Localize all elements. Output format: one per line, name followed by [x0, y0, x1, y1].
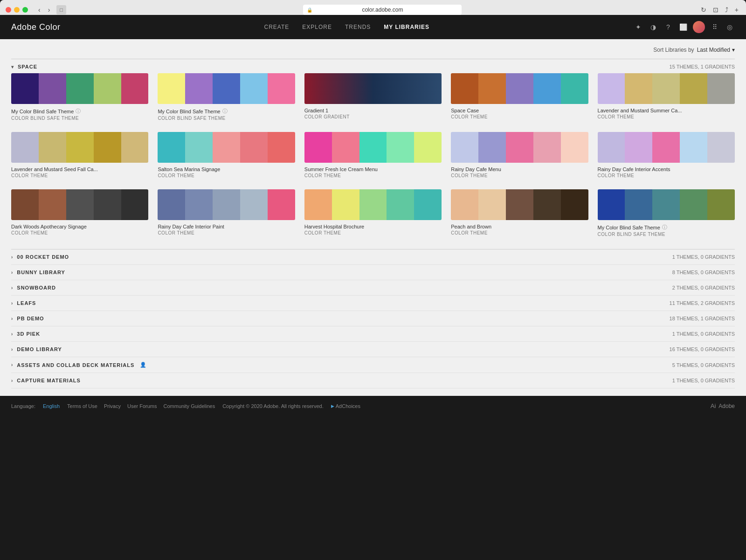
nav-create[interactable]: CREATE — [264, 22, 289, 32]
moon-icon[interactable]: ◑ — [648, 22, 658, 32]
nav-my-libraries[interactable]: MY LIBRARIES — [384, 22, 429, 32]
library-row-2[interactable]: › SNOWBOARD 2 THEMES, 0 GRADIENTS — [11, 280, 735, 296]
library-row-1[interactable]: › BUNNY LIBRARY 8 THEMES, 0 GRADIENTS — [11, 265, 735, 280]
swatch — [121, 189, 149, 220]
swatch — [268, 132, 295, 163]
ad-choices[interactable]: ▶ AdChoices — [331, 403, 360, 409]
theme-card-3[interactable]: Space Case COLOR THEME — [451, 73, 588, 121]
swatch — [304, 132, 332, 163]
card-name-6: Salton Sea Marina Signage — [158, 166, 295, 172]
library-row-5[interactable]: › 3D PIEK 1 THEMES, 0 GRADIENTS — [11, 326, 735, 342]
info-icon[interactable]: ⓘ — [222, 108, 228, 115]
app-footer: Language: English Terms of Use Privacy U… — [0, 396, 746, 416]
app-logo: Adobe Color — [11, 22, 61, 32]
theme-card-10[interactable]: Dark Woods Apothecary Signage COLOR THEM… — [11, 189, 148, 237]
minimize-button[interactable] — [14, 7, 20, 13]
swatch — [11, 189, 39, 220]
library-row-left-3: › LEAFS — [11, 300, 36, 306]
theme-card-9[interactable]: Rainy Day Cafe Interior Accents COLOR TH… — [598, 132, 735, 178]
back-button[interactable]: ‹ — [35, 5, 43, 14]
chevron-right-icon: › — [11, 378, 13, 383]
theme-card-2[interactable]: Gradient 1 COLOR GRADIENT — [304, 73, 442, 121]
forums-link[interactable]: User Forums — [127, 403, 157, 409]
theme-card-14[interactable]: My Color Blind Safe Theme ⓘ COLOR BLIND … — [598, 189, 735, 237]
theme-card-1[interactable]: My Color Blind Safe Theme ⓘ COLOR BLIND … — [158, 73, 295, 121]
ad-choices-label: AdChoices — [336, 403, 360, 409]
privacy-link[interactable]: Privacy — [104, 403, 121, 409]
library-name-6: DEMO LIBRARY — [17, 346, 62, 352]
guidelines-link[interactable]: Community Guidelines — [164, 403, 215, 409]
library-name-7: ASSETS AND COLLAB DECK MATERIALS — [17, 362, 134, 368]
card-name-12: Harvest Hospital Brochure — [304, 224, 442, 229]
share-button[interactable]: ⤴ — [723, 5, 730, 14]
chevron-right-icon: › — [11, 255, 13, 260]
library-row-left-6: › DEMO LIBRARY — [11, 346, 62, 352]
nav-trends[interactable]: TRENDS — [345, 22, 371, 32]
library-name-8: CAPTURE MATERIALS — [17, 378, 81, 383]
theme-card-8[interactable]: Rainy Day Cafe Menu COLOR THEME — [451, 132, 588, 178]
close-button[interactable] — [6, 7, 11, 13]
theme-card-4[interactable]: Lavender and Mustard Summer Ca... COLOR … — [598, 73, 735, 121]
external-icon[interactable]: ◎ — [725, 22, 735, 32]
forward-button[interactable]: › — [45, 5, 53, 14]
star-icon[interactable]: ✦ — [633, 22, 643, 32]
nav-explore[interactable]: EXPLORE — [302, 22, 332, 32]
address-bar[interactable]: 🔒 color.adobe.com — [303, 5, 462, 15]
theme-card-11[interactable]: Rainy Day Cafe Interior Paint COLOR THEM… — [158, 189, 295, 237]
theme-card-0[interactable]: My Color Blind Safe Theme ⓘ COLOR BLIND … — [11, 73, 148, 121]
library-row-8[interactable]: › CAPTURE MATERIALS 1 THEMES, 0 GRADIENT… — [11, 373, 735, 388]
library-row-0[interactable]: › 00 ROCKET DEMO 1 THEMES, 0 GRADIENTS — [11, 249, 735, 265]
swatch — [387, 132, 414, 163]
theme-card-6[interactable]: Salton Sea Marina Signage COLOR THEME — [158, 132, 295, 178]
swatch — [240, 189, 268, 220]
maximize-button[interactable] — [22, 7, 28, 13]
language-link[interactable]: English — [43, 403, 60, 409]
terms-link[interactable]: Terms of Use — [67, 403, 97, 409]
theme-card-12[interactable]: Harvest Hospital Brochure COLOR THEME — [304, 189, 442, 237]
swatch — [185, 132, 213, 163]
sort-dropdown[interactable]: Last Modified ▾ — [697, 47, 735, 53]
bookmark-button[interactable]: ⊡ — [711, 5, 720, 14]
swatches-14 — [598, 189, 735, 220]
grid-icon[interactable]: ⠿ — [710, 22, 720, 32]
space-library-title-wrap: ▾ SPACE — [11, 64, 37, 69]
theme-card-13[interactable]: Peach and Brown COLOR THEME — [451, 189, 588, 237]
library-row-3[interactable]: › LEAFS 11 THEMES, 2 GRADIENTS — [11, 296, 735, 311]
space-library-name: SPACE — [18, 64, 37, 69]
info-icon[interactable]: ⓘ — [76, 108, 81, 115]
reload-button[interactable]: ↻ — [699, 5, 708, 14]
card-name-8: Rainy Day Cafe Menu — [451, 166, 588, 172]
swatches-8 — [451, 132, 588, 163]
chevron-down-icon: ▾ — [732, 47, 735, 53]
card-type-8: COLOR THEME — [451, 173, 588, 178]
library-row-6[interactable]: › DEMO LIBRARY 16 THEMES, 0 GRADIENTS — [11, 342, 735, 357]
swatch — [121, 132, 149, 163]
swatch — [561, 132, 588, 163]
theme-card-7[interactable]: Summer Fresh Ice Cream Menu COLOR THEME — [304, 132, 442, 178]
swatches-1 — [158, 73, 295, 104]
info-icon[interactable]: ⓘ — [662, 224, 667, 231]
library-row-left-2: › SNOWBOARD — [11, 285, 56, 290]
app-header: Adobe Color CREATE EXPLORE TRENDS MY LIB… — [0, 15, 746, 39]
swatch — [506, 132, 533, 163]
share-icon[interactable]: ⬜ — [678, 22, 688, 32]
library-row-7[interactable]: › ASSETS AND COLLAB DECK MATERIALS 👤 5 T… — [11, 357, 735, 373]
chevron-right-icon: › — [11, 270, 13, 275]
chevron-down-icon: ▾ — [11, 64, 14, 69]
library-row-left-1: › BUNNY LIBRARY — [11, 270, 65, 275]
theme-card-5[interactable]: Lavender and Mustard Seed Fall Ca... COL… — [11, 132, 148, 178]
help-icon[interactable]: ? — [663, 22, 673, 32]
card-name-9: Rainy Day Cafe Interior Accents — [598, 166, 735, 172]
card-name-7: Summer Fresh Ice Cream Menu — [304, 166, 442, 172]
ad-choices-icon: ▶ — [331, 404, 334, 408]
swatches-0 — [11, 73, 148, 104]
new-tab-button[interactable]: + — [733, 5, 740, 14]
swatch — [185, 73, 213, 104]
tab-view-button[interactable]: □ — [56, 5, 66, 14]
swatches-10 — [11, 189, 148, 220]
library-row-4[interactable]: › PB DEMO 18 THEMES, 1 GRADIENTS — [11, 311, 735, 326]
space-library-header[interactable]: ▾ SPACE 15 THEMES, 1 GRADIENTS — [11, 59, 735, 73]
avatar[interactable] — [693, 21, 705, 33]
swatches-13 — [451, 189, 588, 220]
swatch — [533, 132, 561, 163]
